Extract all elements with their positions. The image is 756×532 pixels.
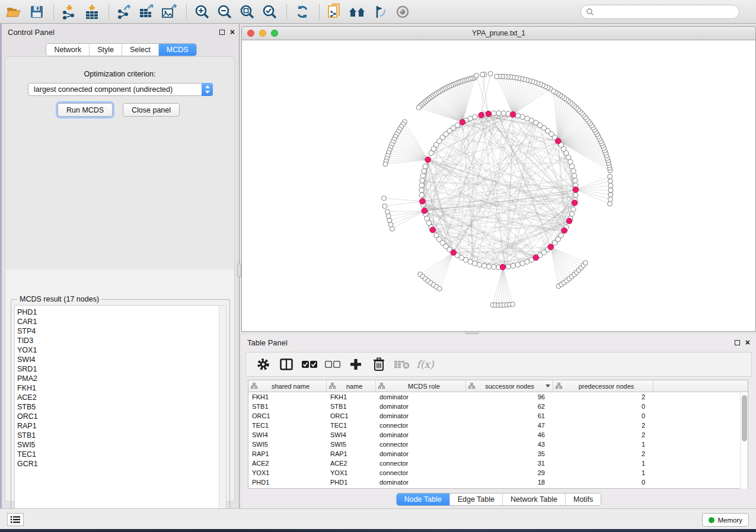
optimization-criterion-select[interactable]: largest connected component (undirected) [28,83,213,96]
mcds-result-node[interactable]: YOX1 [17,345,219,355]
table-row[interactable]: FKH1FKH1dominator962 [248,392,748,402]
node-table-body: FKH1FKH1dominator962STB1STB1dominator620… [248,392,748,487]
mcds-result-list[interactable]: PHD1CAR1STP4TID3YOX1SWI4SRD1PMA2FKH1ACE2… [14,305,219,515]
vertical-splitter[interactable] [237,24,241,508]
mcds-result-node[interactable]: RAP1 [17,421,219,431]
close-panel-button[interactable]: Close panel [123,103,180,117]
tab-network[interactable]: Network [46,44,89,56]
zoom-selected-icon[interactable] [260,2,279,21]
share-network-document-icon[interactable] [326,2,344,21]
table-row[interactable]: YOX1YOX1connector291 [248,468,748,477]
table-row[interactable]: ACE2ACE2connector311 [248,459,748,468]
zoom-out-icon[interactable] [215,2,234,21]
table-row[interactable]: SWI4SWI4dominator462 [248,430,748,440]
tab-select[interactable]: Select [122,44,158,56]
mcds-result-node[interactable]: TEC1 [17,450,219,459]
zoom-in-icon[interactable] [193,2,212,21]
table-cell: 96 [466,393,553,400]
table-cell: PHD1 [248,479,327,486]
table-scrollbar[interactable] [740,393,748,489]
panel-list-button[interactable] [7,513,24,526]
mcds-result-node[interactable]: ACE2 [17,393,219,402]
table-row[interactable]: TEC1TEC1connector472 [248,421,748,430]
zoom-fit-icon[interactable] [238,2,257,21]
settings-gear-icon[interactable] [253,354,273,374]
table-row[interactable]: PHD1PHD1dominator180 [248,477,748,487]
tab-node-table[interactable]: Node Table [397,493,449,505]
list-icon [10,515,21,524]
mcds-result-node[interactable]: SWI5 [17,440,219,450]
node-table: shared namenameMCDS rolesuccessor nodesp… [248,380,748,489]
mcds-result-node[interactable]: PMA2 [17,374,219,383]
export-table-icon[interactable] [138,2,157,21]
export-network-icon[interactable] [115,2,134,21]
houses-icon[interactable] [348,2,367,21]
table-cell: ACE2 [248,460,327,467]
control-panel-tabs: NetworkStyleSelectMCDS [46,43,196,56]
table-cell: SWI5 [327,441,376,448]
table-panel-float-icon[interactable] [735,340,740,345]
table-cell: 62 [466,403,553,410]
table-cell: SWI4 [327,431,376,438]
column-header-successor-nodes[interactable]: successor nodes [466,380,553,392]
export-image-icon[interactable] [160,2,179,21]
column-header-shared-name[interactable]: shared name [248,380,327,392]
split-columns-icon[interactable] [276,354,296,374]
table-cell: YOX1 [248,469,327,476]
mcds-result-node[interactable]: STP4 [17,326,219,336]
tab-motifs[interactable]: Motifs [565,493,601,505]
deselect-checkboxes-icon[interactable] [323,354,343,374]
tab-network-table[interactable]: Network Table [502,493,565,505]
memory-button[interactable]: Memory [702,513,749,527]
table-cell: 2 [553,422,653,429]
network-canvas[interactable] [241,40,756,332]
mcds-result-node[interactable]: TID3 [17,336,219,345]
table-cell: 2 [553,450,653,457]
table-panel-close-icon[interactable]: × [745,339,750,345]
open-file-icon[interactable] [5,2,24,21]
control-panel-header: Control Panel × [2,24,241,40]
mcds-result-node[interactable]: ORC1 [17,412,219,421]
column-header-predecessor-nodes[interactable]: predecessor nodes [553,380,653,392]
mcds-result-node[interactable]: SWI4 [17,355,219,364]
mcds-list-scrollbar[interactable] [219,305,227,515]
table-row[interactable]: ORC1ORC1dominator610 [248,411,748,421]
select-all-checkboxes-icon[interactable] [299,354,320,374]
add-column-icon[interactable] [346,354,366,374]
tab-mcds[interactable]: MCDS [158,44,196,56]
control-panel-float-icon[interactable] [219,30,225,35]
bird-flag-icon[interactable] [371,2,390,21]
table-tabs: Node TableEdge TableNetwork TableMotifs [396,493,602,506]
delete-column-icon[interactable] [369,354,389,374]
table-scrollbar-thumb[interactable] [742,395,747,441]
table-cell: dominator [376,431,466,438]
import-table-icon[interactable] [82,2,101,21]
table-cell: 0 [553,412,653,419]
mcds-result-node[interactable]: SRD1 [17,364,219,374]
import-network-icon[interactable] [60,2,79,21]
mcds-result-node[interactable]: GCR1 [17,459,219,469]
control-panel-close-icon[interactable]: × [230,29,235,35]
table-row[interactable]: RAP1RAP1dominator352 [248,449,748,459]
run-mcds-button[interactable]: Run MCDS [58,103,113,117]
search-input[interactable] [594,8,739,16]
table-row[interactable]: STB1STB1dominator620 [248,402,748,411]
column-header-MCDS-role[interactable]: MCDS role [376,380,466,392]
mcds-result-node[interactable]: PHD1 [17,307,219,317]
table-cell: dominator [376,393,466,400]
network-window-titlebar[interactable]: YPA_prune.txt_1 [241,26,756,40]
table-row[interactable]: SWI5SWI5connector431 [248,440,748,449]
memory-status-dot [709,517,714,523]
column-header-name[interactable]: name [327,380,376,392]
mcds-result-node[interactable]: FKH1 [17,383,219,393]
show-hide-eye-icon[interactable] [393,2,412,21]
refresh-layout-icon[interactable] [293,2,312,21]
mcds-result-node[interactable]: STB1 [17,431,219,440]
tab-edge-table[interactable]: Edge Table [449,493,502,505]
save-session-icon[interactable] [27,2,46,21]
tab-style[interactable]: Style [89,44,122,56]
table-cell: 35 [466,450,553,457]
mcds-result-node[interactable]: STB5 [17,402,219,412]
table-cell: 18 [466,479,553,486]
mcds-result-node[interactable]: CAR1 [17,317,219,326]
